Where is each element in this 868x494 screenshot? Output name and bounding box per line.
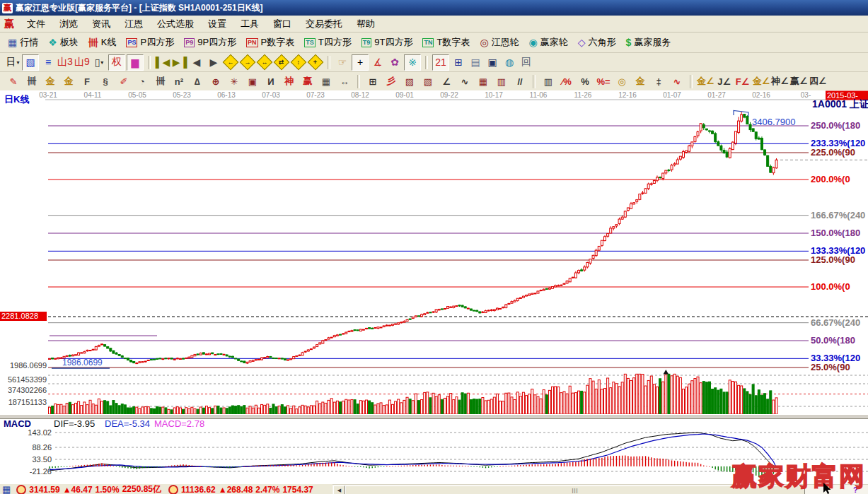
- kline-button[interactable]: 卌K线: [83, 35, 122, 49]
- grid-arrow-button[interactable]: ▥: [493, 74, 510, 88]
- shenzhen-market-icon[interactable]: [168, 485, 178, 494]
- zoom-window-button[interactable]: ▧: [22, 54, 39, 71]
- p-number-table-button[interactable]: PNP数字表: [241, 35, 299, 49]
- overlay-9-button[interactable]: 山9: [74, 55, 90, 70]
- t-number-table-button[interactable]: TNT数字表: [417, 35, 475, 49]
- gold-angle-button[interactable]: 金∠: [697, 74, 714, 88]
- shen-angle-button[interactable]: 神∠: [771, 74, 789, 88]
- menu-item-4[interactable]: 公式选股: [150, 18, 201, 30]
- hexagon-button[interactable]: ◇六角形: [573, 35, 621, 49]
- ink-pen-button[interactable]: ‡: [650, 74, 667, 88]
- move-all-button[interactable]: +: [308, 55, 323, 70]
- p-square-button[interactable]: PSP四方形: [121, 35, 179, 49]
- gann-box-circle-button[interactable]: ▣: [244, 74, 261, 88]
- last-page-button[interactable]: ▶▐: [172, 55, 187, 70]
- wave-red-button[interactable]: ∿: [669, 74, 685, 88]
- menu-item-9[interactable]: 帮助: [349, 18, 382, 30]
- shift-left-button[interactable]: ←: [223, 55, 238, 70]
- gann-grid-b-button[interactable]: 卌: [152, 74, 169, 88]
- angle-measure-button[interactable]: ∡: [370, 55, 386, 70]
- quotes-grid-icon[interactable]: ▦: [2, 484, 11, 494]
- menu-item-0[interactable]: 文件: [20, 18, 52, 30]
- overlay-3-button[interactable]: 山3: [57, 55, 73, 70]
- gann-circle-button[interactable]: ⊕: [207, 74, 224, 88]
- p9-square-button[interactable]: P99P四方形: [179, 35, 241, 49]
- gann-toolbox-button[interactable]: ✿: [387, 55, 403, 70]
- percent-button[interactable]: %: [577, 74, 594, 88]
- menu-item-7[interactable]: 窗口: [266, 18, 299, 30]
- zigzag-button[interactable]: ∿: [456, 74, 473, 88]
- gold-angle-b-button[interactable]: 金∠: [753, 74, 770, 88]
- menu-item-5[interactable]: 设置: [201, 18, 233, 30]
- brush-button[interactable]: ✎: [5, 74, 22, 88]
- span-arrows-button[interactable]: ↔: [336, 74, 353, 88]
- gann-wheel-button[interactable]: ◎江恩轮: [475, 35, 523, 49]
- t-square-button[interactable]: TST四方形: [299, 35, 356, 49]
- grid-handle-button[interactable]: ⊞: [364, 74, 381, 88]
- j-angle-button[interactable]: J∠: [716, 74, 733, 88]
- f-percent-lines-button[interactable]: F: [79, 74, 96, 88]
- menu-item-3[interactable]: 江恩: [117, 18, 150, 30]
- grid-red-button[interactable]: ▦: [475, 74, 492, 88]
- brush-b-button[interactable]: ✐: [115, 74, 132, 88]
- shen-tool-button[interactable]: 神: [281, 74, 298, 88]
- gann-grid-button[interactable]: 卌: [23, 74, 40, 88]
- notepad-button[interactable]: ▤: [468, 55, 483, 70]
- scroll-left-button[interactable]: ◀: [333, 486, 345, 494]
- hand-drag-button[interactable]: ☞: [335, 55, 350, 70]
- shift-right-button[interactable]: →: [240, 55, 255, 70]
- exright-button[interactable]: 权: [108, 54, 125, 71]
- expand-horizontal-button[interactable]: ↔: [257, 55, 272, 70]
- period-day-selector-button[interactable]: 日▾: [5, 55, 21, 70]
- ying-tool-button[interactable]: 赢: [299, 74, 316, 88]
- t9-square-button[interactable]: T99T四方形: [357, 35, 418, 49]
- winner-wheel-button[interactable]: ◉赢家轮: [524, 35, 573, 49]
- ying-angle-button[interactable]: 赢∠: [790, 74, 808, 88]
- prev-page-button[interactable]: ◀: [189, 55, 204, 70]
- f-angle-button[interactable]: F∠: [734, 74, 751, 88]
- menu-item-8[interactable]: 交易委托: [299, 18, 349, 30]
- first-page-button[interactable]: ▌◀: [155, 55, 170, 70]
- spiral-button[interactable]: §: [97, 74, 114, 88]
- price-list-button[interactable]: ▥: [540, 74, 557, 88]
- shaded-box-b-button[interactable]: ▧: [419, 74, 436, 88]
- title-bar[interactable]: 赢 赢家江恩专业版[赢家服务平台] - [上证指数 SH1A0001-251日K…: [0, 0, 868, 16]
- expand-vertical-button[interactable]: ↕: [291, 55, 306, 70]
- golden-section-b-button[interactable]: 金: [60, 74, 77, 88]
- price-grid-button[interactable]: ▦: [318, 74, 335, 88]
- si-angle-button[interactable]: 四∠: [809, 74, 827, 88]
- winner-service-button[interactable]: $赢家服务: [621, 35, 676, 49]
- time-cycle-button[interactable]: ◔: [134, 74, 151, 88]
- sector-blocks-button[interactable]: ❖板块: [43, 35, 83, 49]
- angle-ruler-button[interactable]: ∆: [189, 74, 206, 88]
- trend-angle-button[interactable]: ∠: [438, 74, 455, 88]
- shanghai-market-icon[interactable]: [16, 485, 26, 494]
- percent-slash-button[interactable]: ∕%: [558, 74, 575, 88]
- calendar-button[interactable]: 21: [432, 54, 449, 71]
- menu-item-1[interactable]: 浏览: [52, 18, 85, 30]
- percent-levels-button[interactable]: %=: [595, 74, 612, 88]
- menu-item-6[interactable]: 工具: [233, 18, 266, 30]
- app-menu-icon[interactable]: 赢: [0, 18, 20, 30]
- wave-toolbox-button[interactable]: ※: [404, 54, 421, 71]
- fractal-button[interactable]: И: [262, 74, 279, 88]
- pc-data-button[interactable]: 回: [519, 55, 534, 70]
- next-page-button[interactable]: ▶: [206, 55, 221, 70]
- calculator-button[interactable]: ⊞: [451, 55, 466, 70]
- shaded-box-a-button[interactable]: ▨: [401, 74, 418, 88]
- gold-circle-button[interactable]: ◎: [613, 74, 630, 88]
- web-report-button[interactable]: ◍: [502, 55, 517, 70]
- parallel-lines-button[interactable]: //: [511, 74, 528, 88]
- gann-star-button[interactable]: ✳: [226, 74, 243, 88]
- gold-levels-button[interactable]: 金: [632, 74, 649, 88]
- volume-style-button[interactable]: ▆: [127, 54, 144, 71]
- golden-section-a-button[interactable]: 金: [42, 74, 59, 88]
- candle-style-selector-button[interactable]: ▯▾: [91, 55, 107, 70]
- ray-fan-button[interactable]: 彡: [383, 74, 400, 88]
- save-button[interactable]: ▣: [485, 55, 500, 70]
- market-quotes-button[interactable]: ▦行情: [3, 35, 43, 49]
- swap-view-button[interactable]: ⇄: [274, 55, 289, 70]
- info-view-button[interactable]: ≡: [40, 55, 56, 70]
- crosshair-button[interactable]: +: [352, 54, 369, 71]
- menu-item-2[interactable]: 资讯: [85, 18, 117, 30]
